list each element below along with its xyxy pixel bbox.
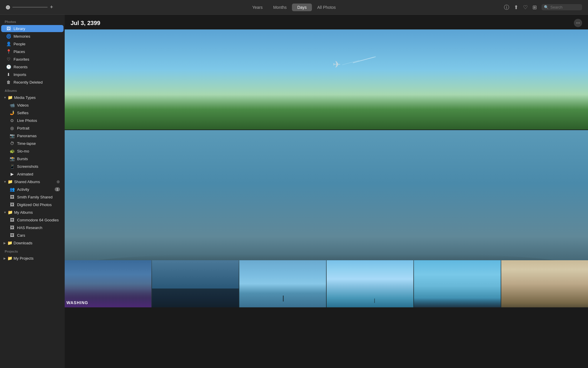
sidebar-item-portrait[interactable]: ◎ Portrait <box>1 125 64 132</box>
sidebar-label-activity: Activity <box>17 187 52 192</box>
side-bottom-photos <box>503 203 588 260</box>
sidebar-item-live-photos[interactable]: ⊙ Live Photos <box>1 117 64 124</box>
more-button-jul3[interactable]: ··· <box>574 19 582 27</box>
section2-photo-grid <box>65 145 588 260</box>
sidebar-label-places: Places <box>14 49 60 54</box>
chevron-right-icon-2: ▶ <box>4 257 6 260</box>
sidebar-label-favorites: Favorites <box>14 57 60 62</box>
photo-grid-1[interactable]: WASHING <box>65 260 151 307</box>
sidebar-item-screenshots[interactable]: 📱 Screenshots <box>1 163 64 170</box>
sidebar-group-my-albums[interactable]: ▼ 📁 My Albums <box>1 209 64 216</box>
share-icon[interactable]: ⬆ <box>514 4 518 11</box>
sidebar-item-cars[interactable]: 🖼 Cars <box>1 232 64 239</box>
photo-airplane[interactable]: ✈ <box>65 29 588 130</box>
sidebar-label-portrait: Portrait <box>17 126 60 130</box>
heart-icon[interactable]: ♡ <box>523 4 528 11</box>
photo-grid-2[interactable] <box>152 260 239 307</box>
favorites-icon: ♡ <box>6 57 11 62</box>
photo-grid-5[interactable] <box>414 260 501 307</box>
photo-grid-3[interactable] <box>239 260 326 307</box>
tab-days[interactable]: Days <box>292 4 312 11</box>
sidebar-item-bursts[interactable]: 📸 Bursts <box>1 155 64 162</box>
activity-icon: 👥 <box>9 187 15 192</box>
search-input[interactable] <box>550 5 580 9</box>
tab-years[interactable]: Years <box>247 4 268 11</box>
sidebar-label-selfies: Selfies <box>17 111 60 115</box>
sidebar-item-panoramas[interactable]: 📷 Panoramas <box>1 132 64 139</box>
shared-folder-icon: 📁 <box>8 179 13 184</box>
chevron-down-icon: ▼ <box>4 96 6 99</box>
distant-person <box>283 296 284 301</box>
sidebar-item-smith-family[interactable]: 🖼 Smith Family Shared <box>1 193 64 200</box>
info-icon[interactable]: ⓘ <box>504 4 509 11</box>
chevron-down-icon-3: ▼ <box>4 211 6 214</box>
section2-side-photos <box>503 145 588 260</box>
folder-icon: 📁 <box>8 95 13 100</box>
imports-icon: ⬇ <box>6 72 11 77</box>
sidebar-section-albums: Albums <box>0 86 65 94</box>
library-icon: 🖼 <box>6 26 11 31</box>
slider-track[interactable] <box>12 7 48 8</box>
sidebar-item-recently-deleted[interactable]: 🗑 Recently Deleted <box>1 79 64 86</box>
sidebar-item-recents[interactable]: 🕐 Recents <box>1 63 64 70</box>
top-bar: + Years Months Days All Photos ⓘ ⬆ ♡ ⊞ 🔍 <box>0 0 588 15</box>
photo-section-jul15: Jul 15, 2399 ··· <box>65 130 588 307</box>
grid-icon[interactable]: ⊞ <box>532 4 537 11</box>
sidebar-item-time-lapse[interactable]: ⏱ Time-lapse <box>1 140 64 147</box>
slider-thumb[interactable] <box>6 5 10 9</box>
commodore-icon: 🖼 <box>9 218 15 222</box>
sidebar-item-videos[interactable]: 📹 Videos <box>1 102 64 109</box>
memories-icon: 🌀 <box>6 34 11 39</box>
downloads-folder-icon: 📁 <box>7 241 12 245</box>
tab-all-photos[interactable]: All Photos <box>312 4 341 11</box>
my-albums-label: My Albums <box>14 210 60 215</box>
sidebar-label-recents: Recents <box>14 65 60 69</box>
projects-folder-icon: 📁 <box>7 256 12 261</box>
sidebar-label-has-research: HAS Research <box>17 226 60 230</box>
digitized-icon: 🖼 <box>9 202 15 207</box>
section-date-jul3: Jul 3, 2399 <box>71 20 100 26</box>
sidebar-group-my-projects[interactable]: ▶ 📁 My Projects <box>1 255 64 262</box>
sidebar-item-slo-mo[interactable]: 🐢 Slo-mo <box>1 147 64 155</box>
sidebar-item-library[interactable]: 🖼 Library <box>1 25 64 32</box>
photo-grid-6[interactable] <box>501 260 588 307</box>
sidebar-label-people: People <box>14 42 60 46</box>
sidebar-label-commodore: Commodore 64 Goodies <box>17 218 60 222</box>
photo-grid-4[interactable] <box>327 260 413 307</box>
sidebar-item-imports[interactable]: ⬇ Imports <box>1 71 64 78</box>
sidebar-item-favorites[interactable]: ♡ Favorites <box>1 56 64 63</box>
tab-months[interactable]: Months <box>268 4 292 11</box>
sidebar-item-commodore[interactable]: 🖼 Commodore 64 Goodies <box>1 216 64 223</box>
trash-icon: 🗑 <box>6 80 11 84</box>
sidebar-group-downloads[interactable]: ▶ 📁 Downloads <box>1 239 64 246</box>
sidebar-group-shared-albums[interactable]: ▼ 📁 Shared Albums ⊕ <box>1 178 64 185</box>
sidebar-item-people[interactable]: 👤 People <box>1 40 64 47</box>
sidebar-item-activity[interactable]: 👥 Activity 1 <box>1 186 64 193</box>
sidebar-group-media-types[interactable]: ▼ 📁 Media Types <box>1 94 64 101</box>
sidebar-label-cars: Cars <box>17 233 60 238</box>
has-research-icon: 🖼 <box>9 225 15 230</box>
sidebar-item-animated[interactable]: ▶ Animated <box>1 170 64 178</box>
sidebar-item-digitized-old-photos[interactable]: 🖼 Digitized Old Photos <box>1 201 64 208</box>
sidebar-item-selfies[interactable]: 🤳 Selfies <box>1 109 64 116</box>
photo-beach-side-2[interactable] <box>503 231 588 260</box>
sidebar-label-bursts: Bursts <box>17 157 60 161</box>
activity-badge: 1 <box>55 187 60 191</box>
sidebar-section-projects: Projects <box>0 247 65 254</box>
add-shared-album-button[interactable]: ⊕ <box>56 179 60 184</box>
sidebar-label-library: Library <box>14 26 60 31</box>
zoom-in-button[interactable]: + <box>50 4 53 10</box>
smith-family-icon: 🖼 <box>9 195 15 199</box>
live-photos-icon: ⊙ <box>9 118 15 123</box>
top-bar-left: + <box>6 4 53 10</box>
content-area: Jul 3, 2399 ··· ✈ Jul 15, 2399 ··· <box>65 15 588 368</box>
sidebar-item-places[interactable]: 📍 Places <box>1 48 64 55</box>
chevron-right-icon: ▶ <box>4 241 6 245</box>
portrait-icon: ◎ <box>9 126 15 130</box>
sidebar-item-memories[interactable]: 🌀 Memories <box>1 33 64 40</box>
sidebar-label-videos: Videos <box>17 103 60 107</box>
shared-albums-label: Shared Albums <box>14 180 55 184</box>
search-box[interactable]: 🔍 <box>542 4 582 10</box>
screenshots-icon: 📱 <box>9 164 15 169</box>
sidebar-item-has-research[interactable]: 🖼 HAS Research <box>1 224 64 231</box>
